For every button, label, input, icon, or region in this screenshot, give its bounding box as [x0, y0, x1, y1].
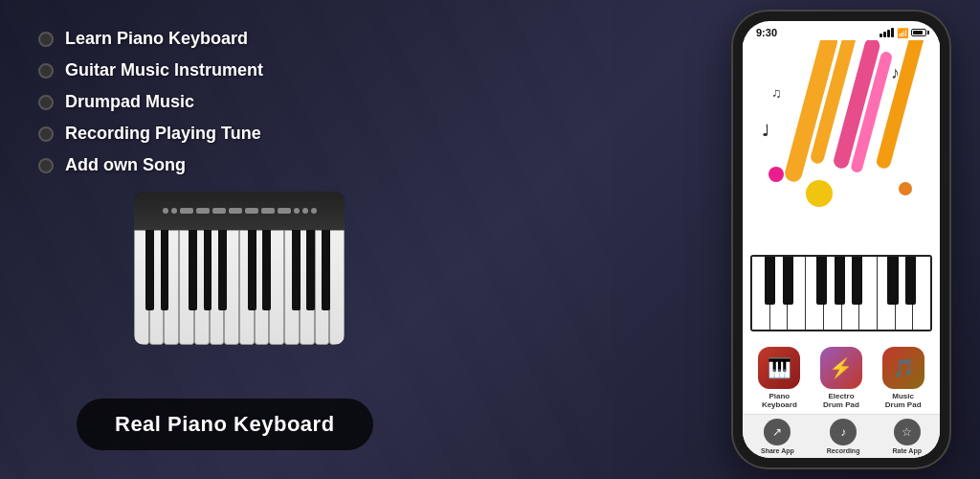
svg-text:♫: ♫ [771, 85, 782, 101]
phone-mockup: 9:30 📶 [731, 10, 951, 469]
phone-apps-row: 🎹 Piano Keyboard ⚡ Electro Drum Pad 🎵 [743, 339, 940, 414]
feature-list: Learn Piano Keyboard Guitar Music Instru… [38, 29, 574, 175]
app-icon-electro-drum[interactable]: ⚡ Electro Drum Pad [820, 347, 862, 410]
list-item: Guitar Music Instrument [38, 60, 574, 80]
graphic-decoration: ♪ ♫ ♩ [743, 40, 940, 251]
app-icon-piano-keyboard[interactable]: 🎹 Piano Keyboard [758, 347, 800, 410]
list-item: Recording Playing Tune [38, 124, 574, 144]
list-item: Drumpad Music [38, 92, 574, 112]
app-icon-music-drum[interactable]: 🎵 Music Drum Pad [882, 347, 924, 410]
nav-share-app[interactable]: ↗ Share App [761, 419, 794, 454]
status-time: 9:30 [756, 27, 777, 38]
bullet-icon [38, 126, 54, 142]
bullet-icon [38, 63, 54, 79]
piano-image [134, 192, 345, 345]
nav-rate-app[interactable]: ☆ Rate App [892, 419, 921, 454]
battery-icon [911, 29, 926, 36]
bullet-icon [38, 158, 54, 173]
app-title: Real Piano Keyboard [115, 412, 335, 436]
wifi-icon: 📶 [897, 28, 908, 38]
svg-text:♩: ♩ [762, 123, 769, 139]
svg-point-8 [806, 180, 833, 207]
recording-label: Recording [827, 447, 860, 454]
nav-recording[interactable]: ♪ Recording [827, 419, 860, 454]
bullet-icon [38, 32, 54, 47]
bullet-icon [38, 95, 54, 110]
list-item: Add own Song [38, 155, 574, 175]
recording-icon[interactable]: ♪ [830, 419, 857, 445]
rate-app-label: Rate App [892, 447, 921, 454]
piano-keyboard-icon[interactable]: 🎹 [758, 347, 800, 389]
phone-piano-graphic: ♪ ♫ ♩ [743, 40, 940, 339]
svg-point-9 [768, 167, 784, 182]
list-item: Learn Piano Keyboard [38, 29, 574, 49]
status-icons: 📶 [880, 28, 926, 38]
svg-text:♪: ♪ [891, 63, 900, 82]
phone-frame: 9:30 📶 [731, 10, 951, 469]
share-icon[interactable]: ↗ [764, 419, 791, 445]
svg-point-10 [899, 182, 912, 195]
status-bar: 9:30 📶 [743, 21, 940, 40]
electro-drum-icon[interactable]: ⚡ [820, 347, 862, 389]
bottom-navigation: ↗ Share App ♪ Recording ☆ Rate App [743, 414, 940, 458]
share-app-label: Share App [761, 447, 794, 454]
music-drum-icon[interactable]: 🎵 [882, 347, 924, 389]
app-title-badge: Real Piano Keyboard [77, 399, 373, 450]
left-panel: Learn Piano Keyboard Guitar Music Instru… [0, 0, 612, 479]
phone-screen: 9:30 📶 [743, 21, 940, 458]
rate-icon[interactable]: ☆ [894, 419, 921, 445]
